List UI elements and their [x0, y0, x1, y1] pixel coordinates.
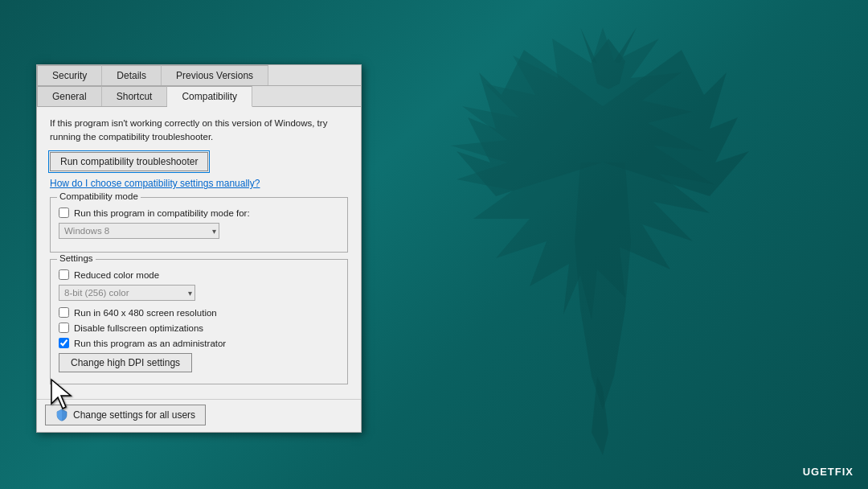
tab-security[interactable]: Security [37, 65, 102, 85]
compatibility-mode-content: Run this program in compatibility mode f… [59, 208, 339, 239]
settings-group-label: Settings [57, 253, 96, 263]
resolution-row: Run in 640 x 480 screen resolution [59, 307, 339, 318]
tab-bar-bottom: General Shortcut Compatibility [37, 86, 361, 107]
dialog-content: If this program isn't working correctly … [37, 107, 361, 400]
compatibility-mode-group: Compatibility mode Run this program in c… [50, 197, 348, 253]
shield-icon [55, 409, 68, 421]
admin-checkbox[interactable] [59, 338, 69, 348]
admin-row: Run this program as an administrator [59, 338, 339, 348]
color-dropdown[interactable]: 8-bit (256) color [59, 285, 195, 301]
fullscreen-checkbox[interactable] [59, 323, 69, 333]
tab-general[interactable]: General [37, 86, 102, 106]
troubleshooter-button[interactable]: Run compatibility troubleshooter [50, 152, 208, 171]
admin-label[interactable]: Run this program as an administrator [74, 339, 226, 348]
dragon-silhouette [402, 16, 804, 466]
change-all-label: Change settings for all users [73, 409, 195, 421]
resolution-checkbox[interactable] [59, 307, 69, 318]
tab-details[interactable]: Details [102, 65, 162, 85]
reduced-color-row: Reduced color mode [59, 269, 339, 280]
fullscreen-label[interactable]: Disable fullscreen optimizations [74, 323, 203, 333]
compatibility-dropdown[interactable]: Windows 8 Windows 7 Windows Vista (SP2) … [59, 223, 219, 239]
reduced-color-checkbox[interactable] [59, 269, 69, 280]
resolution-label[interactable]: Run in 640 x 480 screen resolution [74, 308, 217, 318]
color-dropdown-wrapper: 8-bit (256) color ▾ [59, 285, 339, 301]
intro-text: If this program isn't working correctly … [50, 117, 348, 145]
compatibility-mode-label: Compatibility mode [57, 191, 141, 201]
reduced-color-label[interactable]: Reduced color mode [74, 270, 159, 280]
color-dropdown-container: 8-bit (256) color ▾ [59, 285, 195, 301]
settings-group: Settings Reduced color mode 8-bit (256) … [50, 259, 348, 384]
compatibility-checkbox-row: Run this program in compatibility mode f… [59, 208, 339, 218]
high-dpi-button[interactable]: Change high DPI settings [59, 353, 192, 372]
tab-shortcut[interactable]: Shortcut [102, 86, 168, 106]
watermark: UGETFIX [803, 466, 854, 478]
manual-settings-link[interactable]: How do I choose compatibility settings m… [50, 178, 348, 189]
compatibility-checkbox-label[interactable]: Run this program in compatibility mode f… [74, 208, 250, 218]
compatibility-checkbox[interactable] [59, 208, 69, 218]
compatibility-dropdown-wrapper: Windows 8 Windows 7 Windows Vista (SP2) … [59, 223, 339, 239]
tab-previous-versions[interactable]: Previous Versions [162, 65, 268, 85]
settings-content: Reduced color mode 8-bit (256) color ▾ R… [59, 269, 339, 376]
dialog-bottom: Change settings for all users [37, 399, 361, 432]
tab-compatibility[interactable]: Compatibility [167, 86, 252, 107]
fullscreen-row: Disable fullscreen optimizations [59, 323, 339, 333]
compatibility-dropdown-container: Windows 8 Windows 7 Windows Vista (SP2) … [59, 223, 219, 239]
tab-bar-top: Security Details Previous Versions [37, 65, 361, 86]
properties-dialog: Security Details Previous Versions Gener… [36, 64, 362, 434]
change-all-button[interactable]: Change settings for all users [45, 405, 206, 425]
